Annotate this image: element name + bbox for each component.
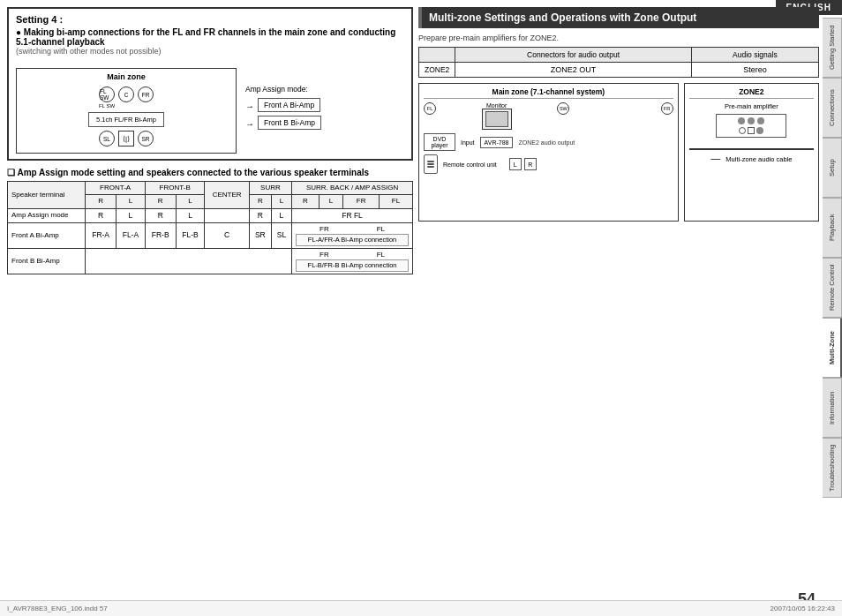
r2-frb: FR-B [145,222,176,248]
surr-back-header: SURR. BACK / AMP ASSIGN [292,182,413,195]
sb-fr: FR [343,195,380,208]
r2-c: C [205,222,249,248]
conn2-fr: FRFL [296,251,409,259]
tab-information[interactable]: Information [823,378,842,438]
tab-getting-started[interactable]: Getting Started [823,18,842,78]
front-b-biamp-box: Front B Bi-Amp [258,116,321,130]
zone2-signal: Stereo [691,63,818,78]
r1-c [205,208,249,222]
sw-speaker-icon: SW [557,102,569,115]
cable-line [689,148,814,150]
r-box: R [524,158,537,170]
surr-header: SURR [249,182,291,195]
bottom-row: Remote control unit L R [424,154,673,174]
conn1-fr: FRFL [296,225,409,234]
setting4-note: (switching with other modes not possible… [16,47,404,56]
r1-fa-l: L [116,208,145,222]
pre-amp-dots-mid [739,127,763,134]
main-zone-inner: FL Monitor SW FR [424,102,673,217]
tab-playback[interactable]: Playback [823,198,842,258]
row3-label: Front B Bi-Amp [8,248,86,274]
tab-troubleshooting[interactable]: Troubleshooting [823,438,842,498]
row2-label: Front A Bi-Amp [8,222,86,248]
l-box: L [509,158,522,170]
fl-speaker-icon: FL [424,102,436,115]
arrow-a: → [245,101,254,111]
pre-amp-box [716,114,786,138]
zone-col1-header: Connectors for audio output [455,48,691,63]
main-zone-diagram-title: Main zone (7.1-channel system) [424,87,673,99]
front-a-header: FRONT-A [86,182,146,195]
zone2-inner: Pre-main amplifier [689,102,814,217]
remote-button2 [427,163,434,165]
r1-surr-r: R [249,208,271,222]
r1-fb-l: L [176,208,205,222]
fr-speaker-icon2: FR [661,102,673,115]
cable-area [689,148,814,150]
top-speakers-row: FL Monitor SW FR [424,102,673,130]
zone2-diagram-box: ZONE2 Pre-main amplifier [684,83,819,222]
zone-col0 [419,48,455,63]
remote-label: Remote control unit [443,162,497,168]
fr-speaker-col: FR [661,102,673,115]
dvd-col: DVD player [424,133,455,151]
main-zone-diagram-box: Main zone (7.1-channel system) FL Monito… [418,83,679,222]
tab-remote-control[interactable]: Remote Control [823,258,842,318]
setting4-subtitle-text: Making bi-amp connections for the FL and… [16,27,395,47]
sb-r: R [292,195,320,208]
row1-label: Amp Assign mode [8,208,86,222]
amp-assign-area: Amp Assign mode: → Front A Bi-Amp → Fron… [245,85,321,131]
pre-amp-dots-top [738,117,764,124]
avr-icon-small: ⟨|⟩ [118,131,134,146]
tab-setup[interactable]: Setup [823,138,842,198]
r3-empty [86,248,292,274]
tab-connections[interactable]: Connections [823,78,842,138]
right-tabs: Getting Started Connections Setup Playba… [823,18,842,498]
avr-icon: AVR-788 [480,137,514,148]
r2-sr: SR [249,222,271,248]
multizone-header: Multi-zone Settings and Operations with … [418,7,819,28]
c-speaker: C [118,86,134,102]
sw-speaker-col: SW [557,102,569,115]
display1 [748,127,755,134]
input-label: Input [461,139,475,146]
r1-sb: FR FL [292,208,413,222]
amp-assign-section: ❑ Amp Assign mode setting and speakers c… [7,168,413,274]
bottom-bar-left: I_AVR788E3_ENG_106.indd 57 [7,605,108,612]
zone2-label: ZONE2 [419,63,455,78]
setting4-subtitle: ● Making bi-amp connections for the FL a… [16,27,404,47]
r1-fb-r: R [145,208,176,222]
left-panel: Setting 4 : ● Making bi-amp connections … [7,7,413,600]
bottom-bar-right: 2007/10/05 16:22:43 [771,605,835,612]
setting4-box: Setting 4 : ● Making bi-amp connections … [7,7,413,161]
fb-l: L [176,195,205,208]
tab-multi-zone[interactable]: Multi-Zone [823,318,842,378]
zone2-out: ZONE2 OUT [455,63,691,78]
front-b-header: FRONT-B [145,182,205,195]
sb-fl: FL [379,195,412,208]
setting4-title: Setting 4 : [16,14,404,25]
zone2-diagram-title: ZONE2 [689,87,814,99]
fa-r: R [86,195,117,208]
conn2-label: FL-B/FR-B Bi-Amp connection [296,259,409,272]
center-header: CENTER [205,182,249,209]
fl-sw-speaker: FL SW [99,86,115,102]
fl-speaker-col: FL [424,102,436,115]
remote-button3 [427,166,434,168]
right-panel: Multi-zone Settings and Operations with … [418,7,819,600]
r1-fa-r: R [86,208,117,222]
conn1-label: FL-A/FR-A Bi-Amp connection [296,234,409,246]
r1-surr-l: L [271,208,291,222]
lr-boxes: L R [509,158,537,170]
sl-speaker: SL [99,131,115,146]
remote-button1 [427,161,434,162]
bullet: ● [16,27,21,37]
monitor-label: Monitor [486,102,507,109]
amp-assign-mode-label: Amp Assign mode: [245,85,321,94]
r2-fla: FL-A [116,222,145,248]
sr-speaker: SR [138,131,154,146]
sp-terminal-header: Speaker terminal [8,182,86,209]
port1 [739,127,746,134]
fa-l: L [116,195,145,208]
cable-dash: — [710,153,720,163]
